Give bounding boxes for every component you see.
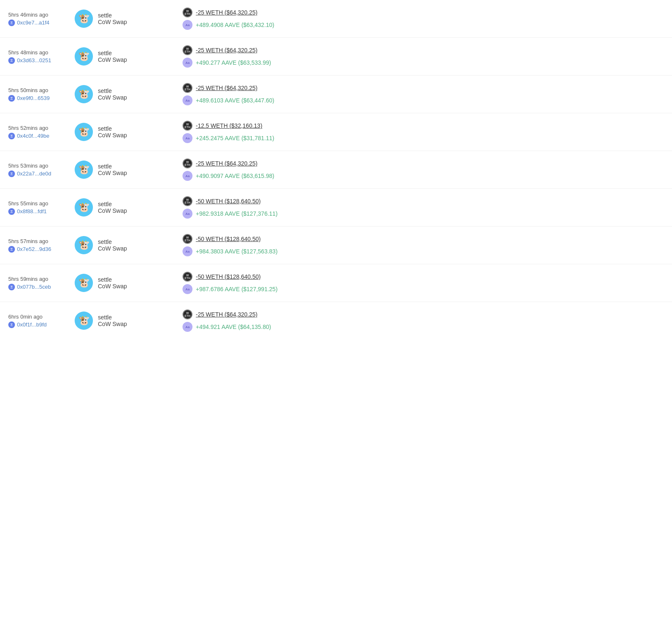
cow-face-icon: 🐮 — [78, 240, 90, 251]
tx-hash[interactable]: 0x077b...5ceb — [8, 284, 75, 290]
weth-icon: WETH — [183, 234, 192, 244]
weth-icon: WETH — [183, 196, 192, 206]
time-ago: 5hrs 52mins ago — [8, 125, 75, 131]
action-sub: CoW Swap — [98, 207, 127, 214]
right-section: WETH -25 WETH ($64,320.25) Aa +490.277 A… — [166, 45, 664, 68]
hash-text[interactable]: 0x0f1f...b9fd — [17, 321, 47, 328]
tx-hash[interactable]: 0x0f1f...b9fd — [8, 321, 75, 328]
aave-amount: +494.921 AAVE ($64,135.80) — [196, 324, 271, 330]
middle-section: 🐮 settle CoW Swap — [75, 85, 166, 103]
weth-inner-label: WETH — [185, 10, 190, 15]
eth-icon — [8, 246, 15, 253]
action-main: settle — [98, 201, 127, 207]
action-text: settle CoW Swap — [98, 201, 127, 214]
aave-icon: Aa — [183, 20, 192, 30]
aave-icon: Aa — [183, 284, 192, 294]
cow-face-icon: 🐮 — [78, 127, 90, 137]
aave-row: Aa +982.9318 AAVE ($127,376.11) — [183, 209, 664, 219]
hash-text[interactable]: 0x3d63...0251 — [17, 57, 51, 63]
left-section: 5hrs 46mins ago 0xc9e7...a1f4 — [8, 12, 75, 26]
tx-hash[interactable]: 0x22a7...de0d — [8, 170, 75, 177]
weth-row: WETH -50 WETH ($128,640.50) — [183, 196, 664, 206]
aave-icon: Aa — [183, 58, 192, 68]
right-section: WETH -25 WETH ($64,320.25) Aa +490.9097 … — [166, 158, 664, 181]
weth-row: WETH -25 WETH ($64,320.25) — [183, 83, 664, 93]
tx-hash[interactable]: 0x3d63...0251 — [8, 57, 75, 64]
tx-hash[interactable]: 0x8f88...fdf1 — [8, 208, 75, 215]
right-section: WETH -25 WETH ($64,320.25) Aa +489.4908 … — [166, 7, 664, 30]
hash-text[interactable]: 0x22a7...de0d — [17, 170, 51, 177]
weth-amount: -50 WETH ($128,640.50) — [196, 273, 261, 280]
action-text: settle CoW Swap — [98, 12, 127, 25]
table-row: 5hrs 59mins ago 0x077b...5ceb 🐮 settle C… — [0, 264, 672, 302]
action-text: settle CoW Swap — [98, 314, 127, 327]
cow-face-icon: 🐮 — [78, 315, 90, 326]
aave-amount: +984.3803 AAVE ($127,563.83) — [196, 248, 278, 255]
aave-inner-label: Aa — [185, 174, 190, 178]
table-row: 5hrs 52mins ago 0x4c0f...49be 🐮 settle C… — [0, 113, 672, 151]
time-ago: 5hrs 53mins ago — [8, 163, 75, 169]
left-section: 5hrs 48mins ago 0x3d63...0251 — [8, 49, 75, 64]
action-sub: CoW Swap — [98, 94, 127, 101]
tx-hash[interactable]: 0xe9f0...6539 — [8, 95, 75, 102]
aave-icon: Aa — [183, 209, 192, 219]
tx-hash[interactable]: 0x7e52...9d36 — [8, 246, 75, 253]
hash-text[interactable]: 0xc9e7...a1f4 — [17, 19, 49, 26]
action-main: settle — [98, 239, 127, 245]
cow-icon: 🐮 — [75, 198, 93, 217]
weth-row: WETH -25 WETH ($64,320.25) — [183, 45, 664, 55]
hash-text[interactable]: 0x7e52...9d36 — [17, 246, 51, 252]
hash-text[interactable]: 0x077b...5ceb — [17, 284, 51, 290]
cow-icon: 🐮 — [75, 10, 93, 28]
cow-icon: 🐮 — [75, 123, 93, 141]
middle-section: 🐮 settle CoW Swap — [75, 312, 166, 330]
action-text: settle CoW Swap — [98, 88, 127, 101]
right-section: WETH -50 WETH ($128,640.50) Aa +987.6786… — [166, 272, 664, 294]
hash-text[interactable]: 0x8f88...fdf1 — [17, 208, 47, 214]
left-section: 5hrs 53mins ago 0x22a7...de0d — [8, 163, 75, 177]
time-ago: 5hrs 55mins ago — [8, 200, 75, 207]
aave-row: Aa +490.9097 AAVE ($63,615.98) — [183, 171, 664, 181]
action-sub: CoW Swap — [98, 132, 127, 139]
aave-icon: Aa — [183, 322, 192, 332]
aave-inner-label: Aa — [185, 23, 190, 27]
time-ago: 5hrs 59mins ago — [8, 276, 75, 282]
cow-icon: 🐮 — [75, 85, 93, 103]
aave-amount: +490.9097 AAVE ($63,615.98) — [196, 173, 274, 179]
weth-inner-label: WETH — [185, 123, 190, 129]
weth-inner-label: WETH — [185, 236, 190, 242]
action-main: settle — [98, 314, 127, 321]
weth-row: WETH -50 WETH ($128,640.50) — [183, 272, 664, 282]
left-section: 5hrs 52mins ago 0x4c0f...49be — [8, 125, 75, 139]
action-sub: CoW Swap — [98, 170, 127, 176]
aave-icon: Aa — [183, 246, 192, 256]
action-sub: CoW Swap — [98, 19, 127, 25]
aave-inner-label: Aa — [185, 287, 190, 291]
action-sub: CoW Swap — [98, 56, 127, 63]
hash-text[interactable]: 0x4c0f...49be — [17, 133, 49, 139]
aave-inner-label: Aa — [185, 250, 190, 253]
transaction-list: 5hrs 46mins ago 0xc9e7...a1f4 🐮 settle C… — [0, 0, 672, 339]
aave-icon: Aa — [183, 171, 192, 181]
weth-icon: WETH — [183, 45, 192, 55]
weth-row: WETH -50 WETH ($128,640.50) — [183, 234, 664, 244]
cow-icon: 🐮 — [75, 47, 93, 66]
hash-text[interactable]: 0xe9f0...6539 — [17, 95, 50, 101]
tx-hash[interactable]: 0xc9e7...a1f4 — [8, 19, 75, 26]
aave-inner-label: Aa — [185, 325, 190, 329]
weth-row: WETH -12.5 WETH ($32,160.13) — [183, 121, 664, 131]
weth-amount: -25 WETH ($64,320.25) — [196, 85, 258, 91]
weth-inner-label: WETH — [185, 85, 190, 91]
weth-row: WETH -25 WETH ($64,320.25) — [183, 7, 664, 17]
time-ago: 5hrs 50mins ago — [8, 87, 75, 93]
left-section: 5hrs 55mins ago 0x8f88...fdf1 — [8, 200, 75, 215]
action-text: settle CoW Swap — [98, 276, 127, 290]
weth-icon: WETH — [183, 158, 192, 168]
table-row: 5hrs 48mins ago 0x3d63...0251 🐮 settle C… — [0, 38, 672, 75]
tx-hash[interactable]: 0x4c0f...49be — [8, 133, 75, 139]
cow-face-icon: 🐮 — [78, 164, 90, 175]
aave-amount: +982.9318 AAVE ($127,376.11) — [196, 210, 278, 217]
middle-section: 🐮 settle CoW Swap — [75, 274, 166, 292]
right-section: WETH -25 WETH ($64,320.25) Aa +489.6103 … — [166, 83, 664, 105]
action-main: settle — [98, 163, 127, 170]
